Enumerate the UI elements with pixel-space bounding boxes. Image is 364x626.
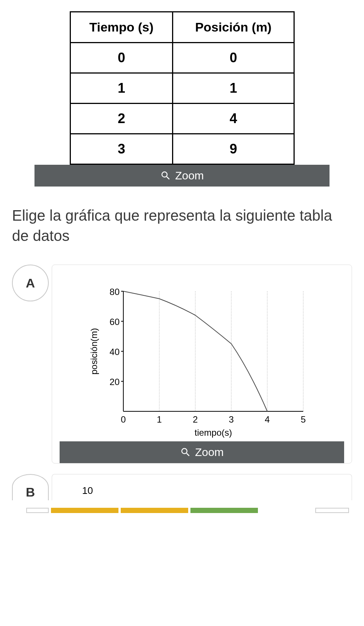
table-row: 1 1 (70, 73, 294, 104)
table-header-tiempo: Tiempo (s) (70, 12, 173, 43)
table-row: 2 4 (70, 104, 294, 134)
chart-b-partial: 10 (52, 474, 352, 497)
option-a[interactable]: A (12, 265, 352, 463)
option-badge-a[interactable]: A (12, 265, 49, 301)
svg-text:4: 4 (265, 414, 270, 424)
svg-text:posición(m): posición(m) (89, 328, 99, 375)
table-header-posicion: Posición (m) (173, 12, 294, 43)
question-text: Elige la gráfica que representa la sigui… (12, 205, 352, 246)
svg-text:tiempo(s): tiempo(s) (194, 427, 232, 438)
table-row: 0 0 (70, 43, 294, 73)
table-row: 3 9 (70, 134, 294, 164)
zoom-label: Zoom (175, 169, 204, 182)
data-table-image: Tiempo (s) Posición (m) 0 0 1 1 2 4 3 9 (34, 11, 330, 165)
svg-text:40: 40 (109, 347, 120, 357)
svg-text:5: 5 (301, 414, 306, 424)
svg-text:80: 80 (109, 287, 120, 297)
zoom-button-chart-a[interactable]: Zoom (60, 441, 344, 463)
progress-strip (26, 508, 349, 514)
option-card-b: 10 (52, 474, 352, 500)
svg-text:0: 0 (121, 414, 126, 424)
search-icon (180, 447, 191, 458)
zoom-label: Zoom (195, 446, 224, 459)
chart-a: 80 60 40 20 0 1 2 3 4 5 tiempo(s) posici… (52, 265, 352, 441)
svg-text:20: 20 (109, 377, 120, 387)
option-badge-b[interactable]: B (12, 474, 49, 500)
svg-text:1: 1 (157, 414, 162, 424)
option-card-a: 80 60 40 20 0 1 2 3 4 5 tiempo(s) posici… (52, 265, 352, 463)
search-icon (160, 170, 171, 181)
svg-text:60: 60 (109, 317, 120, 327)
option-b[interactable]: B 10 (12, 474, 352, 500)
svg-text:2: 2 (193, 414, 198, 424)
svg-text:3: 3 (229, 414, 234, 424)
data-table: Tiempo (s) Posición (m) 0 0 1 1 2 4 3 9 (70, 11, 295, 165)
zoom-button-table[interactable]: Zoom (34, 165, 330, 187)
